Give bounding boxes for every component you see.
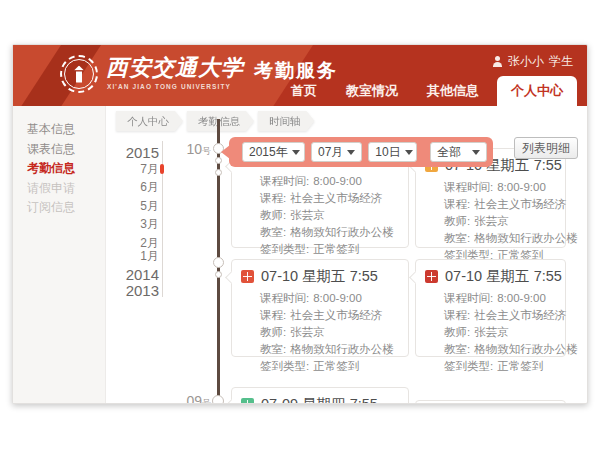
user-account[interactable]: 张小小 学生	[492, 53, 573, 70]
chevron-down-icon	[292, 150, 300, 159]
card-header: 07-10 星期五 7:55	[416, 260, 565, 288]
card-body: 课程时间:8:00-9:00 课程:社会主义市场经济 教师:张芸京 教室:格物致…	[232, 288, 408, 383]
user-name: 张小小	[508, 53, 544, 70]
attendance-type-icon	[425, 270, 438, 283]
scale-year-2014[interactable]: 2014	[126, 266, 159, 283]
top-nav: 首页 教室情况 其他信息 个人中心	[273, 76, 577, 106]
month-select[interactable]: 07月	[311, 142, 362, 162]
year-select[interactable]: 2015年	[242, 142, 305, 162]
card-date: 07-10 星期五 7:55	[445, 267, 562, 286]
card-body: 课程时间:8:00-9:00 课程:社会主义市场经济 教师:张芸京 教室:格物致…	[232, 171, 408, 266]
scale-month-jan[interactable]: 1月	[140, 248, 159, 265]
day-marker-09: 09号	[169, 393, 211, 405]
chevron-down-icon	[405, 150, 413, 159]
nav-personal-center[interactable]: 个人中心	[497, 76, 577, 106]
user-role: 学生	[549, 53, 573, 70]
current-month-marker	[160, 164, 164, 174]
attendance-card: 07-10 星期五 7:55 课程时间:8:00-9:00 课程:社会主义市场经…	[231, 259, 409, 357]
list-detail-button[interactable]: 列表明细	[514, 137, 578, 159]
nav-classrooms[interactable]: 教室情况	[335, 76, 409, 106]
timeline-node	[212, 395, 224, 404]
card-body: 课程时间:8:00-9:00 课程:社会主义市场经济 教师:张芸京 教室:格物致…	[416, 177, 565, 272]
attendance-app-window: 西安交通大学 XI'AN JIAO TONG UNIVERSITY 考勤服务 张…	[12, 44, 588, 404]
person-icon	[492, 56, 503, 67]
chevron-down-icon	[472, 150, 480, 159]
day-select[interactable]: 10日	[368, 142, 417, 162]
day-marker-10: 10号	[169, 141, 211, 158]
scale-month-jul[interactable]: 7月	[140, 161, 159, 178]
timeline-node	[215, 169, 222, 176]
scale-month-jun[interactable]: 6月	[140, 179, 159, 196]
scale-year-2015[interactable]: 2015	[126, 144, 159, 161]
chevron-down-icon	[347, 150, 355, 159]
scale-month-mar[interactable]: 3月	[140, 216, 159, 233]
scale-year-2013[interactable]: 2013	[126, 282, 159, 299]
nav-home[interactable]: 首页	[280, 76, 328, 106]
scale-month-may[interactable]: 5月	[140, 198, 159, 215]
card-header: 07-09 星期四 7:55	[232, 388, 408, 404]
attendance-type-icon	[241, 398, 254, 404]
attendance-type-icon	[241, 270, 254, 283]
type-select[interactable]: 全部	[430, 142, 487, 162]
date-filter-bar: 2015年 07月 10日 全部	[229, 137, 493, 167]
card-body: 课程时间:8:00-9:00 课程:社会主义市场经济 教师:张芸京 教室:格物致…	[416, 288, 565, 383]
attendance-card: 07-09 星期四 7:55	[231, 387, 409, 404]
timeline-node	[215, 271, 222, 278]
timeline-scale: 2015 7月 6月 5月 3月 2月 1月 2014 2013	[71, 45, 159, 403]
card-date: 07-10 星期五 7:55	[261, 267, 378, 286]
attendance-card: 07-10 星期五 7:55 课程时间:8:00-9:00 课程:社会主义市场经…	[415, 259, 566, 357]
breadcrumb-attendance-info[interactable]: 考勤信息	[187, 111, 254, 131]
timeline-node	[213, 257, 224, 268]
breadcrumb-timeline[interactable]: 时间轴	[258, 111, 315, 131]
attendance-card-partial	[415, 400, 566, 404]
nav-other-info[interactable]: 其他信息	[416, 76, 490, 106]
card-date: 07-09 星期四 7:55	[261, 395, 378, 404]
